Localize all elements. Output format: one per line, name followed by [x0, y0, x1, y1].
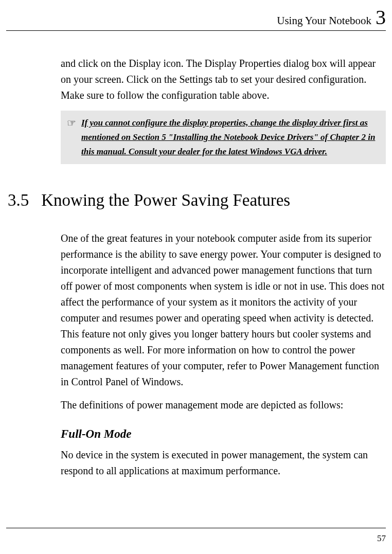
note-box: ☞ If you cannot configure the display pr… [61, 111, 386, 164]
section-heading: 3.5 Knowing the Power Saving Features [8, 191, 386, 210]
section-body-2: The definitions of power management mode… [61, 397, 386, 413]
content-top: and click on the Display icon. The Displ… [61, 56, 386, 180]
header-chapter-number: 3 [376, 6, 386, 29]
page-container: Using Your Notebook 3 and click on the D… [0, 0, 392, 554]
footer-rule [6, 528, 386, 528]
page-header: Using Your Notebook 3 [6, 0, 386, 31]
subsection-body: No device in the system is executed in p… [61, 447, 386, 479]
content-body: One of the great features in your notebo… [61, 230, 386, 486]
section-title: Knowing the Power Saving Features [41, 191, 290, 210]
header-title: Using Your Notebook [277, 14, 371, 27]
pointing-hand-icon: ☞ [67, 116, 76, 130]
intro-paragraph: and click on the Display icon. The Displ… [61, 56, 386, 103]
note-text: If you cannot configure the display prop… [81, 116, 381, 159]
subsection-title: Full-On Mode [61, 427, 386, 441]
section-body-1: One of the great features in your notebo… [61, 230, 386, 390]
section-number: 3.5 [8, 191, 29, 210]
page-number: 57 [377, 533, 386, 544]
